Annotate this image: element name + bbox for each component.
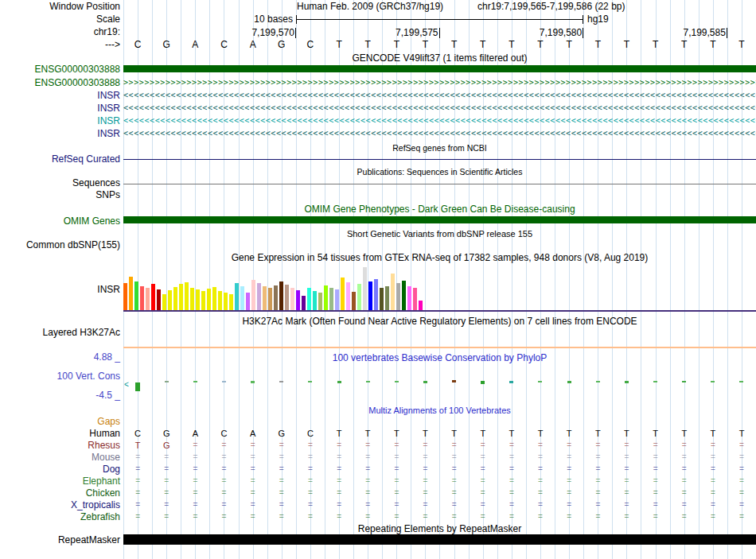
gtex-bar[interactable]: [224, 293, 228, 310]
gtex-bar[interactable]: [352, 292, 356, 310]
h3k27ac-signal-line[interactable]: [123, 347, 756, 348]
gtex-bar[interactable]: [357, 284, 361, 310]
track-label-snps[interactable]: SNPs: [0, 189, 120, 200]
gtex-bar[interactable]: [207, 289, 211, 310]
gtex-bar[interactable]: [318, 293, 322, 310]
track-label-100-vert-cons[interactable]: 100 Vert. Cons: [0, 371, 120, 382]
track-label-h3k27ac[interactable]: Layered H3K27Ac: [0, 327, 120, 338]
gtex-bar[interactable]: [346, 282, 350, 310]
gtex-bar[interactable]: [140, 286, 144, 310]
gtex-bar[interactable]: [385, 286, 389, 310]
gtex-bar[interactable]: [201, 291, 205, 310]
gtex-bar[interactable]: [146, 288, 150, 310]
track-label-refseq-curated[interactable]: RefSeq Curated: [0, 153, 120, 165]
alignment-row-elephant[interactable]: ======================: [123, 476, 756, 487]
gtex-bar[interactable]: [302, 296, 306, 310]
gtex-bar[interactable]: [229, 294, 233, 310]
gencode-gene-bar[interactable]: [123, 65, 756, 72]
track-label-gencode-gene[interactable]: ENSG00000303888: [0, 64, 120, 75]
gtex-bar[interactable]: [274, 285, 278, 310]
alignment-row-human[interactable]: CGACAGCTTTTTTTTTTTTTTT: [123, 428, 756, 439]
gtex-bar[interactable]: [168, 290, 172, 310]
gtex-bar[interactable]: [185, 282, 189, 310]
gtex-bar[interactable]: [368, 281, 372, 310]
transcript-arrows[interactable]: >>>>>>>>>>>>>>>>>>>>>>>>>>>>>>>>>>>>>>>>…: [123, 77, 756, 87]
gtex-bar[interactable]: [279, 281, 283, 310]
gtex-bar[interactable]: [263, 286, 267, 310]
sequences-item[interactable]: [123, 184, 756, 184]
gtex-bar[interactable]: [196, 289, 200, 310]
gtex-bar[interactable]: [212, 287, 216, 310]
gtex-bar[interactable]: [162, 294, 166, 310]
gtex-bar[interactable]: [235, 283, 239, 310]
gtex-bar[interactable]: [123, 283, 127, 310]
gtex-bar[interactable]: [240, 286, 244, 310]
gtex-bar[interactable]: [419, 301, 423, 310]
gtex-bar[interactable]: [313, 291, 317, 310]
omim-genes-bar[interactable]: [123, 216, 756, 223]
gtex-bar[interactable]: [173, 287, 177, 310]
gtex-bar[interactable]: [296, 290, 300, 310]
refseq-curated-item[interactable]: [123, 159, 756, 160]
gtex-bar[interactable]: [341, 278, 345, 310]
gtex-bar[interactable]: [157, 289, 161, 310]
alignment-row-zebrafish[interactable]: ======================: [123, 511, 756, 522]
species-label-mouse[interactable]: Mouse: [0, 452, 120, 463]
species-label-human[interactable]: Human: [0, 428, 120, 439]
gtex-bar[interactable]: [134, 281, 138, 310]
transcript-arrows[interactable]: <<<<<<<<<<<<<<<<<<<<<<<<<<<<<<<<<<<<<<<<…: [123, 103, 756, 113]
track-label-transcript[interactable]: INSR: [0, 90, 120, 101]
repeatmasker-bar[interactable]: [123, 534, 756, 545]
alignment-row-x_tropicalis[interactable]: ======================: [123, 499, 756, 510]
track-label-transcript[interactable]: INSR: [0, 115, 120, 126]
species-label-rhesus[interactable]: Rhesus: [0, 440, 120, 451]
track-label-transcript[interactable]: INSR: [0, 103, 120, 114]
gtex-bar[interactable]: [363, 267, 367, 310]
track-label-common-dbsnp[interactable]: Common dbSNP(155): [0, 239, 120, 250]
gtex-bar[interactable]: [324, 285, 328, 310]
track-label-omim-genes[interactable]: OMIM Genes: [0, 215, 120, 227]
gtex-bar[interactable]: [257, 283, 261, 310]
alignment-row-mouse[interactable]: ======================: [123, 452, 756, 463]
transcript-arrows[interactable]: <<<<<<<<<<<<<<<<<<<<<<<<<<<<<<<<<<<<<<<<…: [123, 128, 756, 138]
gtex-bar[interactable]: [413, 288, 417, 310]
alignment-row-dog[interactable]: ======================: [123, 464, 756, 475]
species-label-zebrafish[interactable]: Zebrafish: [0, 511, 120, 522]
species-label-chicken[interactable]: Chicken: [0, 487, 120, 499]
gtex-bar[interactable]: [396, 283, 400, 310]
gtex-expression-chart[interactable]: [123, 266, 425, 310]
transcript-arrows[interactable]: <<<<<<<<<<<<<<<<<<<<<<<<<<<<<<<<<<<<<<<<…: [123, 115, 756, 126]
track-label-transcript[interactable]: ENSG00000303888: [0, 77, 120, 88]
track-label-gtex-insr[interactable]: INSR: [0, 284, 120, 295]
phylop-conservation-plot[interactable]: [123, 362, 756, 400]
gtex-bar[interactable]: [290, 288, 294, 310]
gtex-bar[interactable]: [268, 288, 272, 310]
gtex-bar[interactable]: [190, 288, 194, 310]
gtex-bar[interactable]: [335, 289, 339, 310]
species-label-dog[interactable]: Dog: [0, 464, 120, 475]
track-label-repeatmasker[interactable]: RepeatMasker: [0, 534, 120, 545]
alignment-row-rhesus[interactable]: TG====================: [123, 440, 756, 451]
sequence-letter: =: [152, 476, 181, 487]
gtex-bar[interactable]: [246, 293, 250, 310]
track-label-transcript[interactable]: INSR: [0, 128, 120, 139]
gtex-bar[interactable]: [251, 280, 255, 310]
gtex-bar[interactable]: [380, 288, 384, 310]
gtex-bar[interactable]: [151, 284, 155, 310]
gtex-bar[interactable]: [391, 274, 395, 310]
gtex-bar[interactable]: [407, 286, 411, 310]
gtex-bar[interactable]: [129, 277, 133, 310]
gtex-bar[interactable]: [218, 291, 222, 310]
gtex-bar[interactable]: [179, 284, 183, 310]
gtex-bar[interactable]: [329, 288, 333, 310]
gtex-bar[interactable]: [402, 281, 406, 310]
alignment-row-chicken[interactable]: ======================: [123, 487, 756, 499]
species-label-x_tropicalis[interactable]: X_tropicalis: [0, 499, 120, 510]
gtex-bar[interactable]: [374, 279, 378, 310]
species-label-elephant[interactable]: Elephant: [0, 476, 120, 487]
gtex-bar[interactable]: [285, 285, 289, 310]
transcript-arrows[interactable]: <<<<<<<<<<<<<<<<<<<<<<<<<<<<<<<<<<<<<<<<…: [123, 90, 756, 100]
track-label-gaps[interactable]: Gaps: [0, 416, 120, 427]
track-label-sequences[interactable]: Sequences: [0, 177, 120, 188]
gtex-bar[interactable]: [307, 288, 311, 310]
